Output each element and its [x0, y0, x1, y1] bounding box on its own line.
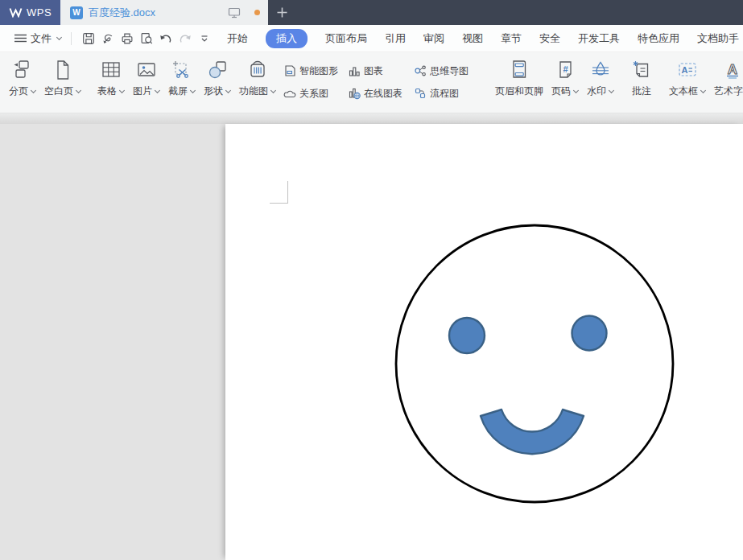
wps-window: WPS W 百度经验.docx — [0, 0, 743, 560]
new-tab-button[interactable] — [268, 0, 295, 25]
ribbon-item-shapes[interactable]: 形状 — [200, 57, 235, 98]
chevron-down-icon — [56, 35, 62, 42]
tab-references[interactable]: 引用 — [385, 29, 406, 48]
mind-map-icon — [414, 64, 427, 77]
ribbon-bottom-strip — [0, 113, 743, 124]
tab-doc-assistant[interactable]: 文档助手 — [697, 29, 739, 48]
watermark-icon — [589, 59, 612, 81]
page-number-icon: # — [554, 59, 576, 81]
ribbon-item-page-number[interactable]: # 页码 — [547, 57, 583, 98]
svg-text:A: A — [682, 65, 688, 75]
right-eye-shape[interactable] — [572, 316, 607, 351]
toolbar-separator — [71, 32, 72, 45]
curved-arrow-icon — [101, 31, 115, 46]
ribbon-item-comment[interactable]: 批注 — [626, 57, 657, 98]
tab-special-features[interactable]: 特色应用 — [638, 29, 679, 48]
wps-logo-icon — [9, 7, 23, 18]
ribbon-insert: 分页 空白页 表格 图 — [0, 52, 743, 113]
app-logo[interactable]: WPS — [0, 0, 60, 25]
ribbon-diagram-group: 智能图形 图表 思维导图 — [283, 60, 481, 105]
page-break-icon — [11, 59, 34, 81]
left-eye-shape[interactable] — [449, 318, 485, 353]
blank-page-icon — [52, 59, 74, 81]
word-art-icon: A — [721, 59, 743, 81]
file-menu-button[interactable]: 文件 — [14, 31, 62, 46]
document-background — [0, 124, 743, 560]
ribbon-item-word-art[interactable]: A 艺术字 — [710, 57, 743, 98]
dropdown-caret-icon — [572, 89, 579, 95]
face-circle-shape[interactable] — [396, 225, 673, 502]
svg-text:#: # — [563, 64, 568, 74]
ribbon-item-page-break[interactable]: 分页 — [5, 57, 40, 98]
save-button[interactable] — [79, 28, 98, 49]
ribbon-item-online-chart[interactable]: 在线图表 — [348, 87, 414, 101]
undo-button[interactable] — [156, 28, 175, 49]
ribbon-item-mind-map[interactable]: 思维导图 — [414, 64, 481, 78]
function-diagram-icon — [246, 59, 269, 81]
smart-graphic-icon — [283, 64, 296, 77]
ribbon-item-header-footer[interactable]: 页眉和页脚 — [491, 57, 547, 98]
tab-section[interactable]: 章节 — [501, 29, 522, 48]
customize-toolbar-button[interactable] — [195, 28, 214, 49]
monitor-icon — [228, 6, 241, 19]
tab-security[interactable]: 安全 — [539, 29, 560, 48]
doc-file-icon: W — [70, 6, 83, 19]
share-to-screen-button[interactable] — [228, 6, 241, 19]
chart-icon — [348, 64, 361, 77]
header-footer-icon — [508, 59, 530, 81]
dropdown-caret-icon — [270, 89, 276, 95]
tab-home[interactable]: 开始 — [227, 29, 248, 48]
ribbon-item-chart[interactable]: 图表 — [348, 64, 414, 78]
dropdown-caret-icon — [30, 89, 36, 95]
tab-view[interactable]: 视图 — [462, 29, 483, 48]
printer-icon — [120, 31, 134, 46]
ribbon-item-text-box[interactable]: A 文本框 — [665, 57, 710, 98]
screenshot-icon — [171, 59, 193, 81]
ribbon-item-function-diagram[interactable]: 功能图 — [235, 57, 280, 98]
menu-tabs: 开始 插入 页面布局 引用 审阅 视图 章节 安全 开发工具 特色应用 文档助手 — [227, 29, 739, 48]
document-tab[interactable]: W 百度经验.docx — [60, 0, 268, 25]
ribbon-item-screenshot[interactable]: 截屏 — [164, 57, 200, 98]
comment-icon — [630, 59, 653, 81]
tab-insert[interactable]: 插入 — [266, 29, 308, 48]
app-name: WPS — [27, 6, 52, 19]
ribbon-item-flowchart[interactable]: 流程图 — [414, 87, 481, 101]
dropdown-caret-icon — [118, 89, 125, 95]
file-menu-label: 文件 — [31, 31, 52, 46]
dropdown-caret-icon — [75, 89, 81, 95]
shapes-icon — [206, 59, 229, 81]
undo-icon — [159, 31, 173, 46]
titlebar: WPS W 百度经验.docx — [0, 0, 743, 25]
ribbon-item-smart-graphic[interactable]: 智能图形 — [283, 64, 348, 78]
ribbon-item-relation-diagram[interactable]: 关系图 — [283, 87, 348, 101]
hamburger-icon — [14, 34, 27, 43]
save-icon — [81, 31, 96, 46]
table-icon — [100, 59, 122, 81]
ribbon-item-blank-page[interactable]: 空白页 — [40, 57, 85, 98]
relation-diagram-icon — [283, 87, 296, 100]
print-preview-button[interactable] — [137, 28, 156, 49]
ribbon-item-watermark[interactable]: 水印 — [583, 57, 618, 98]
tab-dev-tools[interactable]: 开发工具 — [578, 29, 620, 48]
flowchart-icon — [414, 87, 427, 100]
dropdown-caret-icon — [608, 89, 614, 95]
export-button[interactable] — [98, 28, 118, 49]
chevron-bar-icon — [199, 33, 210, 44]
quick-access-toolbar — [79, 28, 214, 49]
dropdown-caret-icon — [225, 89, 231, 95]
tab-review[interactable]: 审阅 — [423, 29, 444, 48]
tab-filename: 百度经验.docx — [89, 6, 222, 20]
ribbon-item-table[interactable]: 表格 — [93, 57, 129, 98]
dropdown-caret-icon — [700, 89, 706, 95]
modified-indicator-dot — [254, 10, 260, 15]
text-box-icon: A — [676, 59, 699, 81]
smiley-drawing — [225, 124, 743, 560]
menubar: 文件 — [0, 25, 743, 52]
print-preview-icon — [139, 31, 154, 46]
ribbon-item-picture[interactable]: 图片 — [129, 57, 164, 98]
redo-button[interactable] — [175, 28, 195, 49]
document-page[interactable] — [225, 124, 743, 560]
tab-page-layout[interactable]: 页面布局 — [325, 29, 367, 48]
print-button[interactable] — [118, 28, 137, 49]
plus-icon — [277, 7, 287, 18]
